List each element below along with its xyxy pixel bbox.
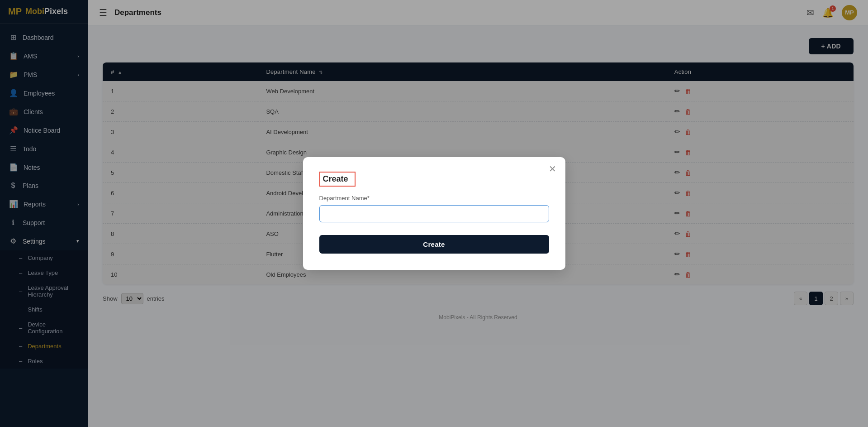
create-modal: ✕ Create Department Name* Create <box>303 157 565 270</box>
modal-overlay: ✕ Create Department Name* Create <box>0 0 868 427</box>
modal-close-button[interactable]: ✕ <box>549 164 556 173</box>
create-submit-button[interactable]: Create <box>319 235 549 254</box>
modal-title: Create <box>319 172 549 187</box>
dept-name-input[interactable] <box>319 205 549 222</box>
dept-name-label: Department Name* <box>319 195 549 202</box>
